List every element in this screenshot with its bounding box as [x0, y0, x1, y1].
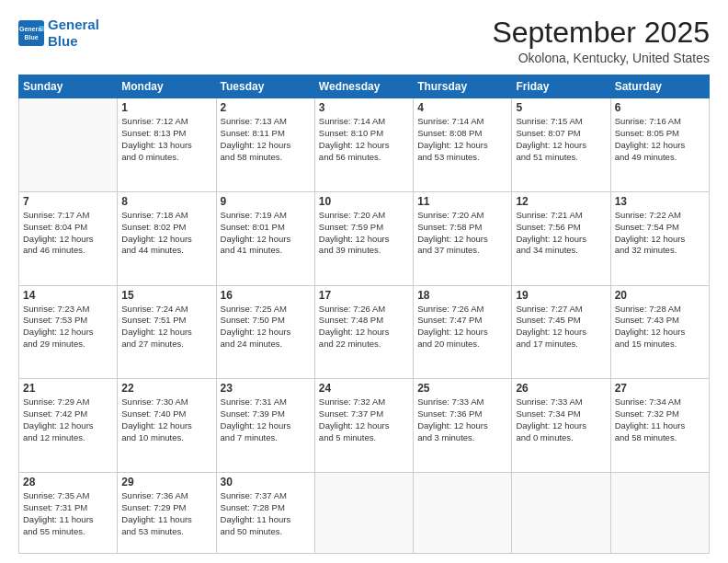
- table-row: 28Sunrise: 7:35 AM Sunset: 7:31 PM Dayli…: [19, 473, 118, 554]
- day-info: Sunrise: 7:15 AM Sunset: 8:07 PM Dayligh…: [516, 116, 606, 163]
- table-row: 21Sunrise: 7:29 AM Sunset: 7:42 PM Dayli…: [19, 379, 118, 473]
- day-info: Sunrise: 7:14 AM Sunset: 8:08 PM Dayligh…: [417, 116, 507, 163]
- day-info: Sunrise: 7:22 AM Sunset: 7:54 PM Dayligh…: [615, 210, 705, 257]
- day-number: 25: [417, 382, 507, 395]
- table-row: 15Sunrise: 7:24 AM Sunset: 7:51 PM Dayli…: [118, 285, 216, 379]
- day-info: Sunrise: 7:14 AM Sunset: 8:10 PM Dayligh…: [319, 116, 409, 163]
- logo-text: General Blue: [48, 17, 99, 50]
- day-number: 11: [417, 195, 507, 208]
- table-row: 26Sunrise: 7:33 AM Sunset: 7:34 PM Dayli…: [512, 379, 610, 473]
- table-row: [610, 473, 709, 554]
- table-row: [512, 473, 610, 554]
- table-row: 30Sunrise: 7:37 AM Sunset: 7:28 PM Dayli…: [216, 473, 314, 554]
- header-tuesday: Tuesday: [216, 75, 314, 98]
- day-number: 18: [417, 289, 507, 302]
- day-number: 22: [121, 382, 211, 395]
- table-row: 1Sunrise: 7:12 AM Sunset: 8:13 PM Daylig…: [118, 98, 216, 192]
- day-number: 6: [615, 101, 705, 114]
- logo: General Blue General Blue: [18, 17, 99, 50]
- day-number: 14: [23, 289, 113, 302]
- day-info: Sunrise: 7:19 AM Sunset: 8:01 PM Dayligh…: [221, 210, 311, 257]
- table-row: 16Sunrise: 7:25 AM Sunset: 7:50 PM Dayli…: [216, 285, 314, 379]
- day-number: 26: [516, 382, 606, 395]
- table-row: 6Sunrise: 7:16 AM Sunset: 8:05 PM Daylig…: [610, 98, 709, 192]
- table-row: 14Sunrise: 7:23 AM Sunset: 7:53 PM Dayli…: [19, 285, 118, 379]
- day-number: 7: [23, 195, 113, 208]
- day-number: 10: [319, 195, 409, 208]
- table-row: 10Sunrise: 7:20 AM Sunset: 7:59 PM Dayli…: [314, 191, 413, 285]
- day-info: Sunrise: 7:29 AM Sunset: 7:42 PM Dayligh…: [23, 396, 113, 443]
- day-number: 19: [516, 289, 606, 302]
- day-info: Sunrise: 7:37 AM Sunset: 7:28 PM Dayligh…: [221, 490, 311, 537]
- day-info: Sunrise: 7:21 AM Sunset: 7:56 PM Dayligh…: [516, 210, 606, 257]
- table-row: [314, 473, 413, 554]
- day-number: 13: [615, 195, 705, 208]
- day-info: Sunrise: 7:24 AM Sunset: 7:51 PM Dayligh…: [121, 304, 211, 350]
- day-number: 30: [221, 476, 311, 488]
- day-info: Sunrise: 7:20 AM Sunset: 7:59 PM Dayligh…: [319, 210, 409, 257]
- logo-icon: General Blue: [18, 20, 44, 46]
- table-row: 7Sunrise: 7:17 AM Sunset: 8:04 PM Daylig…: [19, 191, 118, 285]
- day-number: 28: [23, 476, 113, 488]
- table-row: 18Sunrise: 7:26 AM Sunset: 7:47 PM Dayli…: [414, 285, 512, 379]
- day-info: Sunrise: 7:33 AM Sunset: 7:34 PM Dayligh…: [516, 396, 606, 443]
- day-number: 9: [221, 195, 311, 208]
- table-row: 9Sunrise: 7:19 AM Sunset: 8:01 PM Daylig…: [216, 191, 314, 285]
- day-info: Sunrise: 7:28 AM Sunset: 7:43 PM Dayligh…: [615, 304, 705, 350]
- day-info: Sunrise: 7:12 AM Sunset: 8:13 PM Dayligh…: [121, 116, 211, 163]
- table-row: 12Sunrise: 7:21 AM Sunset: 7:56 PM Dayli…: [512, 191, 610, 285]
- main-title: September 2025: [492, 17, 710, 49]
- day-number: 24: [319, 382, 409, 395]
- day-info: Sunrise: 7:20 AM Sunset: 7:58 PM Dayligh…: [417, 210, 507, 257]
- day-info: Sunrise: 7:34 AM Sunset: 7:32 PM Dayligh…: [615, 396, 705, 443]
- day-info: Sunrise: 7:25 AM Sunset: 7:50 PM Dayligh…: [221, 304, 311, 350]
- day-number: 16: [221, 289, 311, 302]
- day-info: Sunrise: 7:13 AM Sunset: 8:11 PM Dayligh…: [221, 116, 311, 163]
- calendar-table: Sunday Monday Tuesday Wednesday Thursday…: [18, 75, 710, 554]
- day-info: Sunrise: 7:36 AM Sunset: 7:29 PM Dayligh…: [121, 490, 211, 537]
- table-row: 4Sunrise: 7:14 AM Sunset: 8:08 PM Daylig…: [414, 98, 512, 192]
- table-row: 13Sunrise: 7:22 AM Sunset: 7:54 PM Dayli…: [610, 191, 709, 285]
- header-saturday: Saturday: [610, 75, 709, 98]
- day-number: 12: [516, 195, 606, 208]
- header-thursday: Thursday: [414, 75, 512, 98]
- day-info: Sunrise: 7:32 AM Sunset: 7:37 PM Dayligh…: [319, 396, 409, 443]
- table-row: 5Sunrise: 7:15 AM Sunset: 8:07 PM Daylig…: [512, 98, 610, 192]
- table-row: 20Sunrise: 7:28 AM Sunset: 7:43 PM Dayli…: [610, 285, 709, 379]
- title-block: September 2025 Okolona, Kentucky, United…: [492, 17, 710, 65]
- day-number: 29: [121, 476, 211, 488]
- day-number: 8: [121, 195, 211, 208]
- day-info: Sunrise: 7:30 AM Sunset: 7:40 PM Dayligh…: [121, 396, 211, 443]
- day-number: 17: [319, 289, 409, 302]
- day-number: 4: [417, 101, 507, 114]
- day-number: 21: [23, 382, 113, 395]
- day-info: Sunrise: 7:31 AM Sunset: 7:39 PM Dayligh…: [221, 396, 311, 443]
- table-row: 3Sunrise: 7:14 AM Sunset: 8:10 PM Daylig…: [314, 98, 413, 192]
- table-row: [19, 98, 118, 192]
- page: General Blue General Blue September 2025…: [0, 0, 728, 563]
- day-number: 23: [221, 382, 311, 395]
- day-number: 1: [121, 101, 211, 114]
- header-monday: Monday: [118, 75, 216, 98]
- day-number: 20: [615, 289, 705, 302]
- day-info: Sunrise: 7:27 AM Sunset: 7:45 PM Dayligh…: [516, 304, 606, 350]
- day-info: Sunrise: 7:18 AM Sunset: 8:02 PM Dayligh…: [121, 210, 211, 257]
- day-number: 3: [319, 101, 409, 114]
- table-row: 8Sunrise: 7:18 AM Sunset: 8:02 PM Daylig…: [118, 191, 216, 285]
- day-number: 2: [221, 101, 311, 114]
- subtitle: Okolona, Kentucky, United States: [492, 51, 710, 65]
- weekday-header-row: Sunday Monday Tuesday Wednesday Thursday…: [19, 75, 710, 98]
- svg-rect-0: [18, 20, 44, 46]
- table-row: 19Sunrise: 7:27 AM Sunset: 7:45 PM Dayli…: [512, 285, 610, 379]
- day-number: 15: [121, 289, 211, 302]
- day-info: Sunrise: 7:23 AM Sunset: 7:53 PM Dayligh…: [23, 304, 113, 350]
- table-row: 29Sunrise: 7:36 AM Sunset: 7:29 PM Dayli…: [118, 473, 216, 554]
- table-row: 27Sunrise: 7:34 AM Sunset: 7:32 PM Dayli…: [610, 379, 709, 473]
- svg-text:Blue: Blue: [24, 34, 38, 40]
- day-info: Sunrise: 7:33 AM Sunset: 7:36 PM Dayligh…: [417, 396, 507, 443]
- header-sunday: Sunday: [19, 75, 118, 98]
- header-wednesday: Wednesday: [314, 75, 413, 98]
- day-number: 5: [516, 101, 606, 114]
- day-number: 27: [615, 382, 705, 395]
- day-info: Sunrise: 7:26 AM Sunset: 7:48 PM Dayligh…: [319, 304, 409, 350]
